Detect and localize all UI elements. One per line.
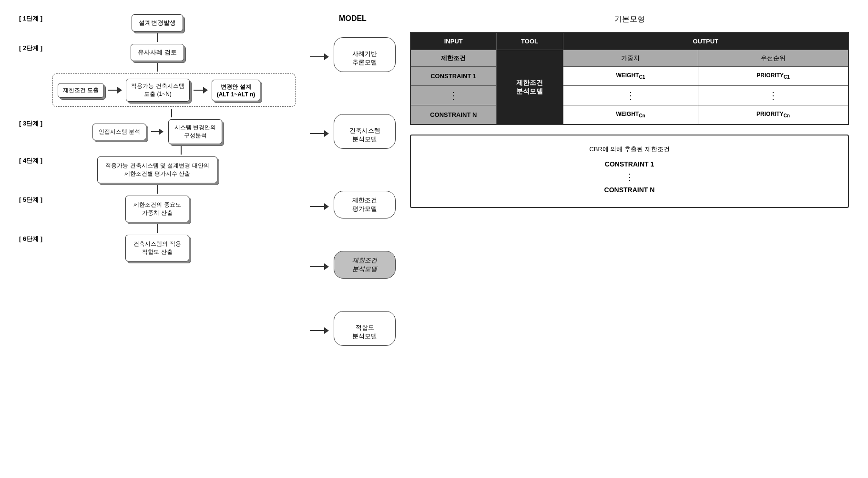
stage2-dashed-box1: 제한조건 도출: [58, 83, 104, 98]
stage2-label: [ 2단계 ]: [19, 44, 52, 52]
right-section: 기본모형 INPUT TOOL OUTPUT 제한조건 제한조건: [400, 10, 858, 354]
input-dots: ⋮: [410, 86, 496, 105]
stage1-box: 설계변경발생: [132, 14, 183, 31]
constraint1-cell: CONSTRAINT 1: [410, 67, 496, 86]
stage2-dashed-group: 제한조건 도출 적용가능 건축시스템 도출 (1~N) 변경안 설계: [52, 73, 296, 107]
arrow-m4: [324, 263, 329, 270]
model-box-3: 제한조건 평가모델: [334, 191, 396, 218]
output-weight-header: 가중치: [563, 50, 698, 67]
h-line-m5: [310, 330, 324, 331]
h-line-3: [151, 131, 159, 132]
stage2-box1: 유사사례 검토: [131, 44, 184, 61]
main-container: [ 1단계 ] 설계변경발생 [ 2단계 ] 유사사례 검토: [10, 10, 858, 354]
stage2-dashed-box2: 적용가능 건축시스템 도출 (1~N): [126, 79, 189, 102]
right-title: 기본모형: [410, 14, 849, 24]
stage6-label: [ 6단계 ]: [19, 235, 52, 243]
arrow-m3: [324, 203, 329, 210]
arrow-m2: [324, 130, 329, 137]
h-line-m2: [310, 133, 324, 134]
arrow-m1: [324, 53, 329, 60]
cbr-dots: ⋮: [425, 172, 834, 182]
tool-cell: 제한조건 분석모델: [496, 50, 563, 125]
h-line-2: [194, 90, 203, 91]
arrow-v3: [171, 109, 172, 117]
arrow-v4: [181, 146, 182, 155]
weight-cn-cell: WEIGHTCn: [563, 105, 698, 125]
stage4-box: 적용가능 건축시스템 및 설계변경 대안의 제한조건별 평가지수 산출: [97, 156, 217, 183]
model-box-5: 적합도 분석모델: [334, 311, 396, 346]
arrow-m5: [324, 327, 329, 334]
col-output-header: OUTPUT: [563, 32, 848, 50]
arrow-right-2: [203, 87, 208, 94]
cbr-title: CBR에 의해 추출된 제한조건: [425, 145, 834, 154]
model-box-1: 사례기반 추론모델: [334, 37, 396, 72]
weight-dots: ⋮: [563, 86, 698, 105]
weight-c1-cell: WEIGHTC1: [563, 67, 698, 86]
stage5-label: [ 5단계 ]: [19, 196, 52, 204]
col-input-header: INPUT: [410, 32, 496, 50]
h-line-m3: [310, 206, 324, 207]
priority-cn-cell: PRIORITYCn: [698, 105, 848, 125]
arrow-v6: [157, 224, 158, 233]
model-title: MODEL: [339, 14, 367, 23]
output-priority-header: 우선순위: [698, 50, 848, 67]
kibonmyung-table: INPUT TOOL OUTPUT 제한조건 제한조건 분석모델 가중치: [410, 32, 849, 125]
stage3-box1: 인접시스템 분석: [92, 124, 146, 140]
arrow-v1: [157, 33, 158, 42]
cbr-constraintN: CONSTRAINT N: [425, 186, 834, 194]
priority-c1-cell: PRIORITYC1: [698, 67, 848, 86]
stage2-dashed-box3: 변경안 설계 (ALT 1~ALT n): [212, 80, 261, 101]
stage1-label: [ 1단계 ]: [19, 14, 52, 23]
h-line-1: [108, 90, 117, 91]
arrow-right-3: [159, 128, 163, 135]
arrow-right-1: [117, 87, 122, 94]
arrow-v5: [157, 185, 158, 194]
h-line-m4: [310, 266, 324, 267]
stage5-box: 제한조건의 중요도 가중치 산출: [125, 196, 189, 222]
priority-dots: ⋮: [698, 86, 848, 105]
col-tool-header: TOOL: [496, 32, 563, 50]
stage3-label: [ 3단계 ]: [19, 119, 52, 128]
left-section: [ 1단계 ] 설계변경발생 [ 2단계 ] 유사사례 검토: [10, 10, 305, 354]
model-box-2: 건축시스템 분석모델: [334, 114, 396, 149]
h-line-m1: [310, 56, 324, 57]
arrow-v2: [157, 63, 158, 72]
constraintN-cell: CONSTRAINT N: [410, 105, 496, 125]
input-sub-header: 제한조건: [410, 50, 496, 67]
middle-section: MODEL 사례기반 추론모델 건축시스템 분석모: [305, 10, 400, 354]
model-box-4: 제한조건 분석모델: [334, 251, 396, 279]
stage6-box: 건축시스템의 적용 적합도 산출: [125, 235, 189, 261]
stage3-box2: 시스템 변경안의 구성분석: [168, 119, 222, 144]
cbr-constraint1: CONSTRAINT 1: [425, 160, 834, 168]
stage4-label: [ 4단계 ]: [19, 156, 52, 165]
cbr-box: CBR에 의해 추출된 제한조건 CONSTRAINT 1 ⋮ CONSTRAI…: [410, 135, 849, 208]
